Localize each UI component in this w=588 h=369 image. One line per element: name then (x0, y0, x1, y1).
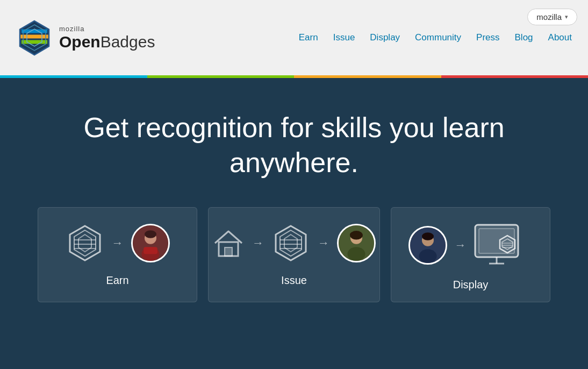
bar-green (147, 75, 295, 78)
nav-issue[interactable]: Issue (333, 32, 355, 43)
issue-arrow2-icon: → (318, 236, 329, 250)
bar-orange (294, 75, 441, 78)
earn-person-avatar (131, 224, 170, 262)
display-card[interactable]: → Display (391, 207, 550, 302)
svg-marker-10 (78, 235, 91, 252)
logo[interactable]: mozilla OpenBadges (16, 19, 155, 56)
nav-community[interactable]: Community (415, 32, 461, 43)
nav-earn[interactable]: Earn (299, 32, 318, 43)
mozilla-caret-icon: ▾ (565, 13, 568, 20)
display-monitor-icon (474, 224, 533, 267)
svg-point-17 (145, 230, 156, 238)
nav-about[interactable]: About (548, 32, 572, 43)
issue-house-icon (212, 227, 245, 259)
svg-rect-37 (479, 229, 514, 253)
issue-card[interactable]: → → (208, 207, 380, 302)
svg-point-31 (350, 232, 355, 236)
issue-arrow1-icon: → (252, 236, 264, 250)
header: mozilla ▾ mozilla OpenBadges (0, 0, 588, 75)
issue-person-avatar (337, 224, 376, 262)
issue-card-label: Issue (281, 274, 307, 287)
svg-point-29 (348, 247, 365, 261)
bar-red (441, 75, 589, 78)
nav-press[interactable]: Press (476, 32, 499, 43)
main-nav: Earn Issue Display Community Press Blog … (299, 32, 572, 43)
display-person-avatar (408, 226, 447, 265)
hero-section: Get recognition for skills you learn any… (0, 78, 588, 318)
mozilla-button-label: mozilla (536, 12, 562, 22)
earn-icons: → (66, 224, 170, 262)
mozilla-button[interactable]: mozilla ▾ (527, 9, 577, 25)
svg-point-34 (419, 249, 436, 263)
earn-card-label: Earn (106, 274, 128, 287)
earn-card[interactable]: → Earn (38, 207, 197, 302)
earn-arrow-icon: → (112, 236, 124, 250)
issue-badge-icon (271, 224, 310, 262)
earn-badge-icon (66, 224, 104, 262)
logo-open: Open (59, 33, 101, 51)
logo-mozilla-text: mozilla (59, 25, 155, 33)
svg-point-35 (422, 232, 434, 240)
logo-text: mozilla OpenBadges (59, 25, 155, 51)
svg-marker-23 (284, 235, 297, 252)
display-arrow-icon: → (455, 238, 467, 252)
logo-badges: Badges (101, 33, 155, 51)
hero-headline: Get recognition for skills you learn any… (66, 110, 522, 180)
display-icons: → (408, 224, 533, 267)
nav-blog[interactable]: Blog (515, 32, 533, 43)
issue-icons: → → (212, 224, 376, 262)
openbadges-logo-icon (16, 19, 53, 56)
color-bar (0, 75, 588, 78)
cards-row: → Earn (21, 207, 567, 302)
svg-rect-18 (144, 247, 157, 254)
nav-display[interactable]: Display (370, 32, 400, 43)
svg-rect-20 (225, 247, 232, 256)
bar-cyan (0, 75, 147, 78)
display-card-label: Display (453, 279, 489, 291)
logo-openbadges-text: OpenBadges (59, 33, 155, 51)
